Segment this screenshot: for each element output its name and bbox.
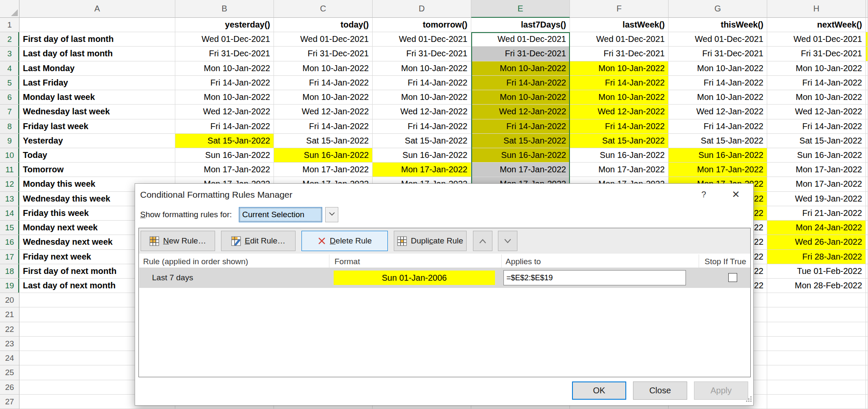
apply-button-disabled[interactable]: Apply: [694, 381, 748, 400]
cell-E10[interactable]: Sun 16-Jan-2022: [471, 148, 570, 163]
cell-E6[interactable]: Mon 10-Jan-2022: [471, 90, 570, 105]
cell-H16[interactable]: Wed 26-Jan-2022: [767, 235, 866, 249]
cell-C6[interactable]: Mon 10-Jan-2022: [274, 90, 373, 105]
cell-E7[interactable]: Wed 12-Jan-2022: [471, 105, 570, 119]
cell-H20[interactable]: [767, 293, 866, 307]
cell-D7[interactable]: Wed 12-Jan-2022: [373, 105, 471, 119]
new-rule-button[interactable]: New Rule…: [141, 231, 215, 251]
cell-E2[interactable]: Wed 01-Dec-2021: [471, 32, 570, 47]
cell-D3[interactable]: Fri 31-Dec-2021: [373, 47, 471, 61]
cell-F2[interactable]: Wed 01-Dec-2021: [570, 32, 669, 47]
row-header-14[interactable]: 14: [0, 206, 19, 221]
cell-H21[interactable]: [767, 307, 866, 322]
cell-A2[interactable]: First day of last month: [19, 32, 175, 47]
cell-G1[interactable]: thisWeek(): [669, 18, 767, 32]
cell-F8[interactable]: Fri 14-Jan-2022: [570, 119, 669, 134]
cell-B2[interactable]: Wed 01-Dec-2021: [175, 32, 274, 47]
cell-C5[interactable]: Fri 14-Jan-2022: [274, 76, 373, 90]
cell-H1[interactable]: nextWeek(): [767, 18, 866, 32]
close-button[interactable]: Close: [633, 381, 687, 400]
cell-F11[interactable]: Mon 17-Jan-2022: [570, 163, 669, 177]
cell-H18[interactable]: Tue 01-Feb-2022: [767, 264, 866, 279]
cell-C10[interactable]: Sun 16-Jan-2022: [274, 148, 373, 163]
row-header-20[interactable]: 20: [0, 293, 19, 307]
cell-G10[interactable]: Sun 16-Jan-2022: [669, 148, 767, 163]
row-header-16[interactable]: 16: [0, 235, 19, 249]
cell-H4[interactable]: Mon 10-Jan-2022: [767, 61, 866, 76]
cell-H15[interactable]: Mon 24-Jan-2022: [767, 221, 866, 235]
close-icon[interactable]: ✕: [730, 188, 742, 201]
cell-H7[interactable]: Wed 12-Jan-2022: [767, 105, 866, 119]
ok-button[interactable]: OK: [572, 381, 626, 400]
cell-C2[interactable]: Wed 01-Dec-2021: [274, 32, 373, 47]
cell-A3[interactable]: Last day of last month: [19, 47, 175, 61]
select-all-corner[interactable]: [0, 0, 19, 18]
cell-H26[interactable]: [767, 380, 866, 395]
cell-D10[interactable]: Sun 16-Jan-2022: [373, 148, 471, 163]
cell-H6[interactable]: Mon 10-Jan-2022: [767, 90, 866, 105]
column-header-E[interactable]: E: [471, 0, 570, 18]
row-header-3[interactable]: 3: [0, 47, 19, 61]
cell-E9[interactable]: Sat 15-Jan-2022: [471, 134, 570, 148]
edit-rule-button[interactable]: Edit Rule…: [221, 231, 296, 251]
cell-H10[interactable]: Sun 16-Jan-2022: [767, 148, 866, 163]
cell-A4[interactable]: Last Monday: [19, 61, 175, 76]
scope-dropdown[interactable]: Current Selection: [239, 207, 322, 222]
cell-G6[interactable]: Mon 10-Jan-2022: [669, 90, 767, 105]
cell-G5[interactable]: Fri 14-Jan-2022: [669, 76, 767, 90]
cell-A5[interactable]: Last Friday: [19, 76, 175, 90]
cell-A9[interactable]: Yesterday: [19, 134, 175, 148]
cell-F10[interactable]: Sun 16-Jan-2022: [570, 148, 669, 163]
cell-E3[interactable]: Fri 31-Dec-2021: [471, 47, 570, 61]
column-header-A[interactable]: A: [19, 0, 175, 18]
cell-H22[interactable]: [767, 322, 866, 337]
cell-B7[interactable]: Wed 12-Jan-2022: [175, 105, 274, 119]
cell-H2[interactable]: Wed 01-Dec-2021: [767, 32, 866, 47]
cell-F1[interactable]: lastWeek(): [570, 18, 669, 32]
row-header-15[interactable]: 15: [0, 221, 19, 235]
applies-to-range-input[interactable]: =$E$2:$E$19: [503, 270, 686, 285]
cell-A11[interactable]: Tomorrow: [19, 163, 175, 177]
cell-C8[interactable]: Fri 14-Jan-2022: [274, 119, 373, 134]
row-header-19[interactable]: 19: [0, 279, 19, 293]
row-header-26[interactable]: 26: [0, 380, 19, 395]
cell-H25[interactable]: [767, 365, 866, 380]
stop-if-true-checkbox[interactable]: [728, 273, 737, 282]
column-header-G[interactable]: G: [669, 0, 767, 18]
cell-G8[interactable]: Fri 14-Jan-2022: [669, 119, 767, 134]
cell-C9[interactable]: Sat 15-Jan-2022: [274, 134, 373, 148]
row-header-8[interactable]: 8: [0, 119, 19, 134]
move-rule-down-button[interactable]: [498, 231, 517, 251]
column-header-D[interactable]: D: [373, 0, 471, 18]
column-header-B[interactable]: B: [175, 0, 274, 18]
cell-G7[interactable]: Wed 12-Jan-2022: [669, 105, 767, 119]
cell-E5[interactable]: Fri 14-Jan-2022: [471, 76, 570, 90]
cell-H11[interactable]: Mon 17-Jan-2022: [767, 163, 866, 177]
cell-F4[interactable]: Mon 10-Jan-2022: [570, 61, 669, 76]
cell-B4[interactable]: Mon 10-Jan-2022: [175, 61, 274, 76]
cell-H9[interactable]: Sat 15-Jan-2022: [767, 134, 866, 148]
row-header-24[interactable]: 24: [0, 351, 19, 365]
cell-D5[interactable]: Fri 14-Jan-2022: [373, 76, 471, 90]
row-header-25[interactable]: 25: [0, 365, 19, 380]
column-header-F[interactable]: F: [570, 0, 669, 18]
cell-D4[interactable]: Mon 10-Jan-2022: [373, 61, 471, 76]
cell-G4[interactable]: Mon 10-Jan-2022: [669, 61, 767, 76]
cell-H3[interactable]: Fri 31-Dec-2021: [767, 47, 866, 61]
row-header-17[interactable]: 17: [0, 250, 19, 264]
cell-G2[interactable]: Wed 01-Dec-2021: [669, 32, 767, 47]
row-header-1[interactable]: 1: [0, 18, 19, 32]
cell-H8[interactable]: Fri 14-Jan-2022: [767, 119, 866, 134]
row-header-13[interactable]: 13: [0, 192, 19, 206]
cell-F5[interactable]: Fri 14-Jan-2022: [570, 76, 669, 90]
cell-B1[interactable]: yesterday(): [175, 18, 274, 32]
cell-D8[interactable]: Fri 14-Jan-2022: [373, 119, 471, 134]
cell-D11[interactable]: Mon 17-Jan-2022: [373, 163, 471, 177]
cell-B10[interactable]: Sun 16-Jan-2022: [175, 148, 274, 163]
cell-C3[interactable]: Fri 31-Dec-2021: [274, 47, 373, 61]
column-header-C[interactable]: C: [274, 0, 373, 18]
cell-G9[interactable]: Sat 15-Jan-2022: [669, 134, 767, 148]
scope-dropdown-arrow-button[interactable]: [325, 207, 338, 222]
cell-H5[interactable]: Fri 14-Jan-2022: [767, 76, 866, 90]
cell-C4[interactable]: Mon 10-Jan-2022: [274, 61, 373, 76]
